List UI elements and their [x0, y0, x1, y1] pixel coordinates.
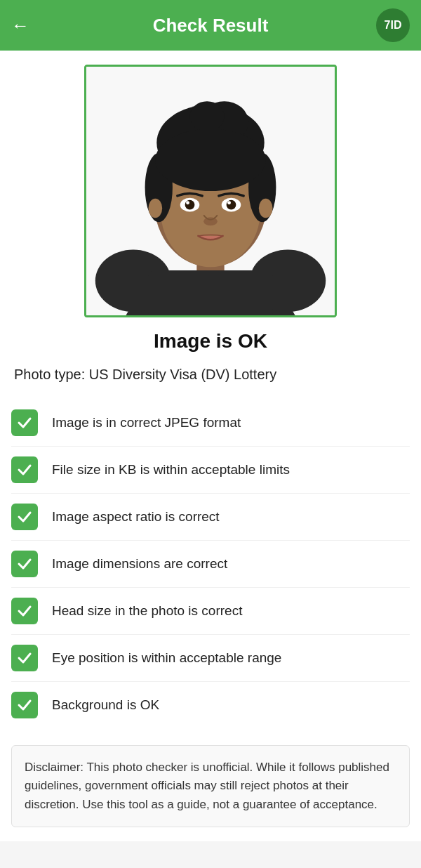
check-label-filesize: File size in KB is within acceptable lim… — [52, 462, 290, 478]
check-item-background: Background is OK — [11, 682, 410, 728]
svg-point-9 — [190, 101, 225, 131]
svg-rect-22 — [149, 270, 273, 315]
check-label-headsize: Head size in the photo is correct — [52, 603, 242, 619]
portrait-svg — [86, 67, 335, 315]
main-content: Image is OK Photo type: US Diversity Vis… — [0, 51, 421, 841]
image-status: Image is OK — [11, 330, 410, 353]
svg-point-12 — [155, 129, 265, 192]
check-icon-background — [11, 692, 38, 718]
back-button[interactable]: ← — [11, 16, 29, 34]
check-label-eyepos: Eye position is within acceptable range — [52, 650, 281, 666]
check-icon-dimensions — [11, 551, 38, 577]
check-label-background: Background is OK — [52, 697, 159, 713]
check-item-eyepos: Eye position is within acceptable range — [11, 635, 410, 682]
svg-point-21 — [203, 217, 218, 225]
photo-container — [11, 65, 410, 317]
check-list: Image is in correct JPEG format File siz… — [11, 400, 410, 728]
check-label-jpeg: Image is in correct JPEG format — [52, 415, 241, 430]
check-label-aspect: Image aspect ratio is correct — [52, 509, 220, 525]
check-icon-headsize — [11, 598, 38, 624]
page-title: Check Result — [153, 15, 269, 37]
check-item-filesize: File size in KB is within acceptable lim… — [11, 447, 410, 494]
check-item-aspect: Image aspect ratio is correct — [11, 494, 410, 541]
photo-type-label: Photo type: US Diversity Visa (DV) Lotte… — [11, 367, 410, 383]
check-icon-filesize — [11, 456, 38, 483]
check-item-dimensions: Image dimensions are correct — [11, 541, 410, 588]
svg-point-19 — [186, 201, 189, 204]
svg-point-14 — [259, 199, 273, 218]
passport-photo — [84, 65, 337, 317]
svg-point-17 — [185, 200, 195, 210]
app-logo: 7ID — [376, 8, 410, 42]
check-label-dimensions: Image dimensions are correct — [52, 556, 227, 572]
check-icon-aspect — [11, 504, 38, 530]
check-icon-jpeg — [11, 409, 38, 436]
svg-point-20 — [227, 201, 231, 204]
check-item-jpeg: Image is in correct JPEG format — [11, 400, 410, 447]
check-icon-eyepos — [11, 645, 38, 671]
check-item-headsize: Head size in the photo is correct — [11, 588, 410, 635]
header: ← Check Result 7ID — [0, 0, 421, 51]
disclaimer-text: Disclaimer: This photo checker is unoffi… — [11, 745, 410, 827]
svg-point-18 — [227, 200, 236, 210]
svg-point-13 — [149, 199, 163, 218]
